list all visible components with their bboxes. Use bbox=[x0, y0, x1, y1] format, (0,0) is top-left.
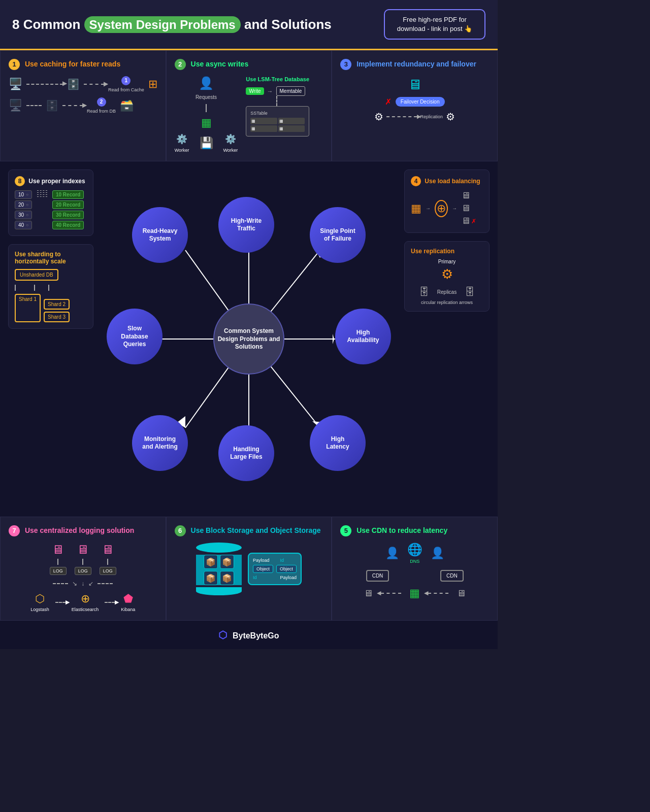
dns-label: DNS bbox=[410, 559, 419, 564]
center-hub: Read-HeavySystem High-WriteTraffic Singl… bbox=[102, 161, 396, 517]
failover-label: Failover Decision bbox=[396, 97, 445, 107]
requests-label: Requests bbox=[196, 94, 217, 100]
center-node: Common System Design Problems and Soluti… bbox=[213, 303, 284, 375]
replicas-label: Replicas bbox=[437, 289, 457, 295]
db-icon3: 💾 bbox=[200, 137, 213, 150]
header: 8 Common System Design Problems and Solu… bbox=[0, 0, 498, 50]
sstable-label: SSTable bbox=[250, 111, 305, 116]
cache-icon2: 🗄️ bbox=[46, 99, 58, 112]
worker1-icon: ⚙️ bbox=[176, 133, 187, 145]
lb-server1-icon: 🖥 bbox=[461, 190, 476, 201]
block1: 📦 bbox=[204, 555, 218, 569]
hand-icon: 👆 bbox=[464, 25, 472, 32]
replication-label: Replication bbox=[420, 114, 443, 119]
sol-replication: Use replication Primary ⚙ 🗄 Replicas 🗄 c… bbox=[404, 241, 490, 312]
dns-icon: 🌐 bbox=[407, 543, 422, 557]
storage-diagram: 📦 📦 📦 📦 Payload Id Object Object bbox=[175, 543, 323, 595]
sol-indexes: 8 Use proper indexes 10○ 20○ 30○ 40○ 10 bbox=[8, 170, 93, 236]
cdn-diagram: 👤 🌐 DNS 👤 CDN CDN 🖥 bbox=[340, 543, 489, 600]
memtable-label: Memtable bbox=[276, 86, 306, 96]
shard2: Shard 2 bbox=[44, 299, 70, 310]
server-icon2: 🖥️ bbox=[9, 99, 22, 112]
elasticsearch-label: Elasticsearch bbox=[72, 607, 99, 612]
panel-logging: 7 Use centralized logging solution 🖥 LOG… bbox=[0, 517, 166, 621]
panel-storage: 6 Use Block Storage and Object Storage 📦… bbox=[166, 517, 332, 621]
shard1: Shard 1 bbox=[15, 294, 41, 322]
id2: Id bbox=[253, 575, 278, 580]
shards: Shard 1 Shard 2 Shard 3 bbox=[15, 294, 87, 322]
page-title: 8 Common System Design Problems and Solu… bbox=[12, 17, 332, 32]
worker2-label: Worker bbox=[223, 148, 238, 153]
sol8-title: 8 Use proper indexes bbox=[15, 176, 87, 186]
sol-sharding: Use sharding to horizontally scale Unsha… bbox=[8, 244, 93, 329]
cta-text: Free high-res PDF for download - link in… bbox=[397, 16, 467, 32]
async-diagram: 👤 Requests ▦ ⚙️ Worker 💾 ⚙️ Worker bbox=[175, 76, 238, 153]
sol4-num: 4 bbox=[411, 176, 421, 186]
sharding-title: Use sharding to horizontally scale bbox=[15, 251, 87, 265]
sol8-num: 8 bbox=[15, 176, 25, 186]
title-pre: 8 Common bbox=[12, 17, 80, 32]
cdn-server3-icon: 🖥 bbox=[457, 588, 466, 599]
panel-redundancy: 3 Implement redundancy and failover 🖥 ✗ … bbox=[332, 50, 498, 161]
x-icon: ✗ bbox=[385, 97, 392, 107]
left-solutions: 8 Use proper indexes 10○ 20○ 30○ 40○ 10 bbox=[0, 161, 102, 517]
panel-caching: 1 Use caching for faster reads 🖥️ 🗄️ ▶ 1… bbox=[0, 50, 166, 161]
block4: 📦 bbox=[220, 571, 234, 585]
primary-server-icon: 🖥 bbox=[408, 76, 422, 93]
node-high-write: High-WriteTraffic bbox=[218, 197, 274, 253]
rep-title: Use replication bbox=[411, 248, 483, 255]
block2: 📦 bbox=[220, 555, 234, 569]
logstash-icon: ⬡ bbox=[35, 592, 45, 605]
shard3: Shard 3 bbox=[44, 312, 70, 322]
lsm-title: Use LSM-Tree Database bbox=[246, 76, 309, 82]
step1-label: Read from Cache bbox=[108, 87, 144, 92]
cta-box[interactable]: Free high-res PDF for download - link in… bbox=[384, 9, 485, 40]
lb-source-icon: ▦ bbox=[411, 202, 421, 215]
orbit-container: Read-HeavySystem High-WriteTraffic Singl… bbox=[102, 187, 396, 491]
srv2-icon: 🖥 bbox=[77, 543, 89, 557]
cache-icon: 🗄️ bbox=[67, 78, 80, 90]
logstash-label: Logstash bbox=[30, 607, 49, 612]
srv1-icon: 🖥 bbox=[52, 543, 64, 557]
sol-lb: 4 Use load balancing ▦ → ⊕ → 🖥 🖥 🖥 ✗ bbox=[404, 170, 490, 233]
bottom-panels: 7 Use centralized logging solution 🖥 LOG… bbox=[0, 517, 498, 621]
panel1-title: 1 Use caching for faster reads bbox=[9, 59, 157, 70]
panel5-num: 5 bbox=[340, 525, 351, 536]
footer: ⬡ ByteByteGo bbox=[0, 621, 498, 649]
node-single-point: Single Pointof Failure bbox=[310, 207, 366, 263]
user-cdn2-icon: 👤 bbox=[431, 547, 444, 560]
db-icon: 🗃️ bbox=[120, 99, 134, 112]
primary-db-icon: ⚙ bbox=[441, 266, 453, 282]
obj1: Object bbox=[253, 565, 273, 573]
node-monitoring: Monitoringand Alerting bbox=[132, 415, 188, 471]
node-high-availability: HighAvailability bbox=[335, 309, 391, 364]
cdn-server1-icon: 🖥 bbox=[364, 588, 373, 599]
panel3-num: 3 bbox=[340, 59, 351, 70]
lsm-diagram: Use LSM-Tree Database Write → Memtable S… bbox=[246, 76, 309, 153]
title-post: and Solutions bbox=[244, 17, 332, 32]
primary-label: Primary bbox=[411, 259, 483, 264]
sol4-title: 4 Use load balancing bbox=[411, 176, 483, 186]
kibana-icon: ⬟ bbox=[123, 592, 133, 605]
node-slow-db: SlowDatabaseQueries bbox=[107, 309, 162, 364]
server-gear1-icon: ⚙ bbox=[374, 111, 383, 123]
redundancy-diagram: 🖥 ✗ Failover Decision ⚙ ▶ Replication ⚙ bbox=[340, 76, 489, 123]
panel2-title: 2 Use async writes bbox=[175, 59, 323, 70]
panel7-title: 7 Use centralized logging solution bbox=[9, 525, 157, 536]
panel5-title: 5 Use CDN to reduce latency bbox=[340, 525, 489, 536]
queue-icon: ▦ bbox=[201, 116, 212, 129]
node-large-files: HandlingLarge Files bbox=[218, 425, 274, 481]
cdn2-label: CDN bbox=[446, 573, 458, 579]
right-solutions: 4 Use load balancing ▦ → ⊕ → 🖥 🖥 🖥 ✗ bbox=[396, 161, 498, 517]
panel1-num: 1 bbox=[9, 59, 20, 70]
shard-diagram: Unsharded DB Shard 1 Shard 2 Shard 3 bbox=[15, 269, 87, 322]
panel3-title: 3 Implement redundancy and failover bbox=[340, 59, 489, 70]
cache-diagram: 🖥️ 🗄️ ▶ 1 Read from Cache ⊞ 🖥️ 🗄️ ▶ bbox=[9, 76, 157, 114]
lsm-write-icon: Write bbox=[246, 87, 264, 95]
top-panels: 1 Use caching for faster reads 🖥️ 🗄️ ▶ 1… bbox=[0, 50, 498, 161]
panel-cdn: 5 Use CDN to reduce latency 👤 🌐 DNS 👤 CD… bbox=[332, 517, 498, 621]
node-read-heavy: Read-HeavySystem bbox=[132, 207, 188, 263]
panel7-num: 7 bbox=[9, 525, 20, 536]
server-icon: 🖥️ bbox=[9, 78, 22, 91]
index-diagram: 10○ 20○ 30○ 40○ 10 Record 20 Record 30 R… bbox=[15, 190, 87, 229]
